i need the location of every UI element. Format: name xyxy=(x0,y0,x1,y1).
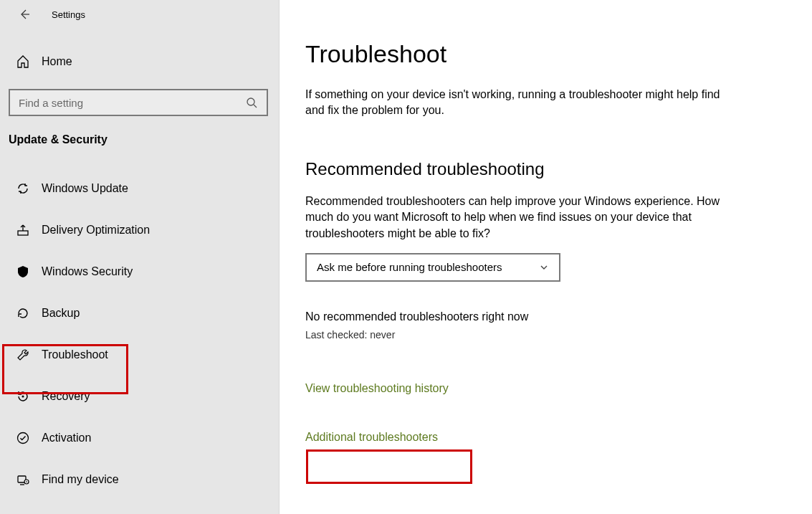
chevron-down-icon xyxy=(539,262,549,272)
sidebar-item-label: Delivery Optimization xyxy=(42,224,150,237)
wrench-icon xyxy=(14,348,32,362)
sidebar-item-find-my-device[interactable]: Find my device xyxy=(0,459,279,500)
app-title: Settings xyxy=(52,9,85,20)
view-history-link[interactable]: View troubleshooting history xyxy=(305,382,783,395)
search-input[interactable] xyxy=(19,97,244,109)
sidebar-item-label: Windows Update xyxy=(42,182,128,195)
settings-window: Settings Home Update & Security Windo xyxy=(0,0,812,514)
sidebar-nav: Windows Update Delivery Optimization Win… xyxy=(0,168,279,500)
sidebar-item-label: Windows Security xyxy=(42,265,133,278)
arrow-left-icon xyxy=(19,9,30,20)
back-button[interactable] xyxy=(14,4,34,24)
svg-rect-2 xyxy=(18,231,28,235)
location-device-icon xyxy=(14,472,32,487)
home-icon xyxy=(14,54,32,69)
section-desc-recommended: Recommended troubleshooters can help imp… xyxy=(305,194,728,242)
sidebar-item-label: Backup xyxy=(42,307,80,320)
recommended-status: No recommended troubleshooters right now xyxy=(305,310,783,323)
category-label: Update & Security xyxy=(0,116,279,146)
additional-troubleshooters-link[interactable]: Additional troubleshooters xyxy=(305,431,438,444)
troubleshoot-preference-dropdown[interactable]: Ask me before running troubleshooters xyxy=(305,253,560,282)
sidebar-item-recovery[interactable]: Recovery xyxy=(0,376,279,417)
sidebar-item-backup[interactable]: Backup xyxy=(0,292,279,334)
svg-point-3 xyxy=(22,396,24,398)
check-circle-icon xyxy=(14,431,32,445)
sidebar-item-activation[interactable]: Activation xyxy=(0,417,279,459)
main-content: Troubleshoot If something on your device… xyxy=(280,0,812,514)
svg-point-0 xyxy=(247,98,254,105)
sync-icon xyxy=(14,181,32,196)
svg-point-7 xyxy=(26,481,27,482)
svg-point-4 xyxy=(18,433,29,444)
search-box[interactable] xyxy=(9,89,268,116)
page-title: Troubleshoot xyxy=(305,40,783,68)
svg-line-1 xyxy=(254,105,257,108)
home-label: Home xyxy=(42,55,72,68)
sidebar-item-troubleshoot[interactable]: Troubleshoot xyxy=(0,334,279,376)
sidebar-item-windows-update[interactable]: Windows Update xyxy=(0,168,279,209)
search-container xyxy=(0,79,279,116)
sidebar: Settings Home Update & Security Windo xyxy=(0,0,280,514)
section-title-recommended: Recommended troubleshooting xyxy=(305,159,783,179)
titlebar: Settings xyxy=(0,0,279,29)
shield-icon xyxy=(14,265,32,279)
sidebar-item-label: Find my device xyxy=(42,473,119,486)
backup-icon xyxy=(14,306,32,320)
recovery-icon xyxy=(14,389,32,404)
page-intro: If something on your device isn't workin… xyxy=(305,87,721,119)
delivery-icon xyxy=(14,223,32,237)
sidebar-item-label: Recovery xyxy=(42,390,90,403)
search-icon xyxy=(244,97,259,108)
sidebar-item-label: Activation xyxy=(42,432,91,444)
home-link[interactable]: Home xyxy=(0,44,279,79)
sidebar-item-label: Troubleshoot xyxy=(42,348,108,361)
sidebar-item-windows-security[interactable]: Windows Security xyxy=(0,251,279,292)
dropdown-value: Ask me before running troubleshooters xyxy=(317,261,502,273)
last-checked-label: Last checked: never xyxy=(305,329,783,341)
sidebar-item-delivery-optimization[interactable]: Delivery Optimization xyxy=(0,209,279,251)
